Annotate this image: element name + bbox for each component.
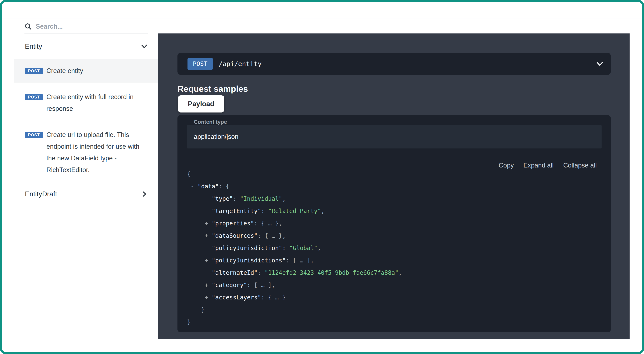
section-label: EntityDraft: [25, 190, 57, 198]
copy-button[interactable]: Copy: [499, 162, 514, 169]
sidebar-nav: POSTCreate entityPOSTCreate entity with …: [2, 59, 158, 184]
sidebar-item-label: Create url to upload file. This endpoint…: [46, 129, 144, 176]
expand-toggle[interactable]: +: [205, 232, 208, 239]
sidebar-section-entitydraft[interactable]: EntityDraft: [25, 187, 148, 201]
sidebar-item-label: Create entity with full record in respon…: [46, 91, 144, 114]
expand-toggle[interactable]: +: [205, 257, 208, 264]
sidebar-section-entity[interactable]: Entity: [25, 40, 148, 53]
collapse-all-button[interactable]: Collapse all: [563, 162, 597, 169]
code-actions: CopyExpand allCollapse all: [499, 162, 597, 169]
expand-toggle[interactable]: +: [205, 220, 208, 227]
expand-toggle[interactable]: +: [205, 282, 208, 288]
code-line: "policyJurisdiction": "Global",: [187, 242, 402, 254]
api-docs-page: Entity POSTCreate entityPOSTCreate entit…: [0, 0, 644, 354]
main-panel: POST /api/entity Request samples Payload…: [158, 34, 630, 339]
code-line: "alternateId": "1124efd2-3423-40f5-9bdb-…: [187, 266, 402, 279]
json-code-block: { - "data": { "type": "Individual", "tar…: [187, 168, 402, 328]
content-type-field[interactable]: application/json: [187, 125, 602, 148]
code-line: "targetEntity": "Related Party",: [187, 205, 402, 217]
content-type-value: application/json: [194, 133, 238, 140]
collapse-toggle[interactable]: -: [191, 183, 194, 190]
request-samples-title: Request samples: [178, 84, 248, 94]
method-badge: POST: [188, 58, 213, 70]
sidebar: Entity POSTCreate entityPOSTCreate entit…: [2, 18, 158, 352]
code-line: }: [187, 304, 402, 316]
tab-payload[interactable]: Payload: [178, 95, 224, 112]
section-label: Entity: [25, 42, 42, 50]
code-line: + "properties": { … },: [187, 217, 402, 230]
chevron-down-icon: [140, 42, 148, 50]
top-header-bar: [0, 0, 644, 18]
endpoint-header[interactable]: POST /api/entity: [178, 53, 611, 75]
search-box[interactable]: [24, 20, 148, 34]
endpoint-path: /api/entity: [219, 60, 262, 68]
post-method-badge: POST: [25, 94, 43, 100]
code-line: + "category": [ … ],: [187, 279, 402, 291]
content-type-label: Content type: [191, 119, 230, 125]
code-line: {: [187, 168, 402, 180]
chevron-right-icon: [141, 190, 148, 198]
sidebar-item[interactable]: POSTCreate entity with full record in re…: [14, 85, 158, 120]
expand-toggle[interactable]: +: [205, 294, 208, 301]
sidebar-item[interactable]: POSTCreate url to upload file. This endp…: [14, 123, 158, 182]
code-line: }: [187, 316, 402, 328]
sidebar-divider: [158, 18, 158, 34]
code-line: - "data": {: [187, 180, 402, 192]
code-line: "type": "Individual",: [187, 192, 402, 205]
chevron-down-icon[interactable]: [595, 59, 604, 68]
expand-all-button[interactable]: Expand all: [524, 162, 554, 169]
search-icon: [24, 23, 32, 30]
request-sample-card: Content type application/json CopyExpand…: [178, 115, 611, 332]
search-input[interactable]: [35, 22, 136, 30]
post-method-badge: POST: [25, 132, 43, 138]
code-line: + "dataSources": { … },: [187, 230, 402, 242]
sidebar-item[interactable]: POSTCreate entity: [14, 59, 158, 82]
code-line: + "policyJurisdictions": [ … ],: [187, 254, 402, 266]
code-line: + "accessLayers": { … }: [187, 291, 402, 304]
sidebar-item-label: Create entity: [46, 65, 144, 77]
post-method-badge: POST: [25, 68, 43, 74]
